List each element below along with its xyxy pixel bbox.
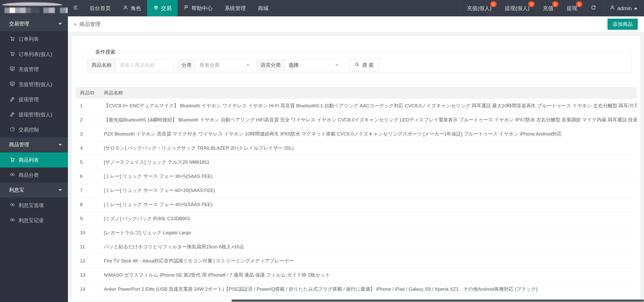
product-name-cell: [ミレー] リュック サース フェー 60+20(SAAS FEE) (99, 183, 637, 197)
language-category-label: 语言分类 (256, 59, 285, 71)
sidebar-item-order-list[interactable]: 订单列表 (0, 31, 68, 47)
sidebar-item-recharge-management[interactable]: 充值管理 (0, 62, 68, 77)
add-product-button[interactable]: 添加商品 (608, 19, 638, 30)
sidebar-item-label: 利息宝记录 (19, 217, 44, 224)
chevron-down-icon (58, 23, 62, 27)
cart-icon (10, 51, 15, 58)
sidebar-item-product-list[interactable]: 商品列表 (0, 152, 68, 167)
sidebar-item-label: 利息宝选项 (19, 202, 44, 209)
search-button[interactable]: 搜 索 (349, 59, 379, 71)
language-category-select[interactable]: 选择 (285, 59, 342, 71)
sidebar-item-withdraw-management-fake[interactable]: 提现管理(假人) (0, 107, 68, 122)
product-name-cell: [レガートラルゴ] リュック Legato Largo (99, 226, 637, 240)
horizontal-scrollbar[interactable] (68, 299, 644, 302)
notification-badge: 0 (528, 1, 534, 7)
nav-item-withdraw-fake[interactable]: 提现(假人) 0 (498, 0, 536, 16)
table-row: 5[ザノースフェイス] リュック テルス25 NM61811 (75, 155, 637, 169)
nav-item-mall[interactable]: 商城 (252, 0, 274, 16)
refresh-button[interactable] (584, 0, 603, 16)
column-header-product-id: 商品ID (75, 87, 99, 99)
sidebar-item-label: 充值管理(假人) (19, 81, 52, 88)
section-label: 利息宝 (9, 187, 58, 193)
logo-shape (2, 2, 62, 6)
column-header-product-name: 商品名称 (99, 87, 637, 99)
nav-item-label: 交易 (161, 5, 172, 12)
nav-item-dashboard[interactable]: 后台首页 (84, 0, 117, 16)
search-legend: 条件搜索 (92, 49, 118, 55)
product-name-cell: Anker PowerPort 2 Elite (USB 急速充電器 24W 2… (99, 282, 637, 296)
nav-item-label: 充值 (543, 5, 553, 12)
sidebar-section-product-management[interactable]: 商品管理 (0, 137, 68, 152)
product-name-cell: Fire TV Stick 4K - Alexa対応音声認識リモコン付属 | ス… (99, 254, 637, 268)
table-row: 11パッと貼るだけホコリとりフィルター換気扇用15cm 6枚入×10点 (75, 240, 637, 254)
link-icon (10, 172, 15, 179)
sidebar-item-withdraw-management[interactable]: 提现管理 (0, 92, 68, 107)
sidebar-item-label: 订单列表(假人) (19, 51, 52, 58)
product-id-cell: 6 (75, 169, 99, 183)
nav-item-recharge-fake[interactable]: 充值(假人) 0 (460, 0, 498, 16)
nav-item-label: 充值(假人) (467, 5, 492, 12)
sidebar-item-order-list-fake[interactable]: 订单列表(假人) (0, 47, 68, 62)
top-navbar: 后台首页 角色 交易 帮助中心 系统管理 商城 充值(假人) 0 提现(假人) … (0, 0, 644, 16)
search-icon (354, 62, 360, 68)
product-id-cell: 2 (75, 113, 99, 127)
sidebar-toggle-button[interactable] (68, 0, 84, 16)
sidebar-item-recharge-management-fake[interactable]: 充值管理(假人) (0, 77, 68, 92)
product-id-cell: 11 (75, 240, 99, 254)
sidebar-item-label: 商品分类 (19, 172, 39, 179)
table-row: 9[ミズノ] バックパック 約40L C3JDB901 (75, 212, 637, 226)
nav-item-trade[interactable]: 交易 (147, 0, 178, 16)
table-row: 12Fire TV Stick 4K - Alexa対応音声認識リモコン付属 |… (75, 254, 637, 268)
refresh-icon (591, 5, 596, 12)
table-row: 13NIMASO ガラスフィルム iPhone SE 第2世代 用 iPhone… (75, 268, 637, 282)
username-label: admin (617, 5, 632, 11)
product-name-cell: 【最先端Bluetooth5.1&瞬時接続】 Bluetooth イヤホン 自動… (99, 113, 637, 127)
nav-item-system-admin[interactable]: 系统管理 (219, 0, 252, 16)
sidebar-item-label: 交易控制 (19, 126, 39, 133)
product-name-cell: パッと貼るだけホコリとりフィルター換気扇用15cm 6枚入×10点 (99, 240, 637, 254)
product-name-group: 商品名称 (87, 59, 174, 71)
table-row: 7[ミレー] リュック サース フェー 60+20(SAAS FEE) (75, 183, 637, 197)
search-form: 商品名称 分类 所有分类 语言分类 选择 (87, 59, 631, 71)
product-name-cell: NIMASO ガラスフィルム iPhone SE 第2世代 用 iPhone8 … (99, 268, 637, 282)
product-name-cell: PZX Bluetooth イヤホン 高音質 マイク付き ワイヤレス イヤホン … (99, 127, 637, 141)
sidebar-item-interest-options[interactable]: 利息宝选项 (0, 198, 68, 213)
search-fieldset: 条件搜索 商品名称 分类 所有分类 语言分类 选择 (83, 49, 631, 73)
nav-item-roles[interactable]: 角色 (117, 0, 147, 16)
nav-item-help-center[interactable]: 帮助中心 (178, 0, 219, 16)
chevron-down-icon (58, 189, 62, 193)
product-name-cell: [ミレー] リュック サース フェー 40+5(SAAS FEE) (99, 197, 637, 212)
table-row: 6[ミレー] リュック サース フェー 30+5(SAAS FEE) (75, 169, 637, 183)
main-content: » 商品管理 添加商品 条件搜索 商品名称 分类 所有分类 (68, 16, 644, 302)
sidebar-section-trade-management[interactable]: 交易管理 (0, 16, 68, 31)
cart-icon (10, 157, 15, 163)
category-group: 分类 所有分类 (177, 59, 253, 71)
sidebar-item-interest-records[interactable]: 利息宝记录 (0, 213, 68, 228)
product-id-cell: 14 (75, 282, 99, 296)
notification-badge: 0 (552, 1, 558, 7)
scales-icon (153, 5, 159, 12)
sidebar-section-interest-treasure[interactable]: 利息宝 (0, 183, 68, 198)
product-id-cell: 13 (75, 268, 99, 282)
breadcrumb-bar: » 商品管理 添加商品 (68, 16, 644, 32)
table-row: 1【CVC8.0+ ENCデュアルマイク】 Bluetooth イヤホン ワイヤ… (75, 99, 637, 113)
product-name-cell: [ザノースフェイス] リュック テルス25 NM61811 (99, 155, 637, 169)
product-id-cell: 9 (75, 212, 99, 226)
breadcrumb-separator: » (73, 21, 77, 28)
user-menu[interactable]: admin (603, 0, 644, 16)
product-name-input[interactable] (116, 59, 174, 71)
link-icon (10, 202, 15, 209)
scrollbar-thumb[interactable] (231, 299, 644, 302)
nav-item-withdraw[interactable]: 提现 0 (560, 0, 584, 16)
product-id-cell: 1 (75, 99, 99, 113)
product-id-cell: 7 (75, 183, 99, 197)
sidebar-item-trade-control[interactable]: 交易控制 (0, 122, 68, 137)
navbar-spacer (274, 0, 460, 16)
hamburger-icon (73, 5, 78, 12)
nav-item-recharge[interactable]: 充值 0 (536, 0, 560, 16)
category-select[interactable]: 所有分类 (196, 59, 253, 71)
sidebar-item-product-category[interactable]: 商品分类 (0, 167, 68, 183)
product-id-cell: 3 (75, 127, 99, 141)
board-icon (10, 66, 15, 73)
section-label: 商品管理 (9, 141, 58, 148)
